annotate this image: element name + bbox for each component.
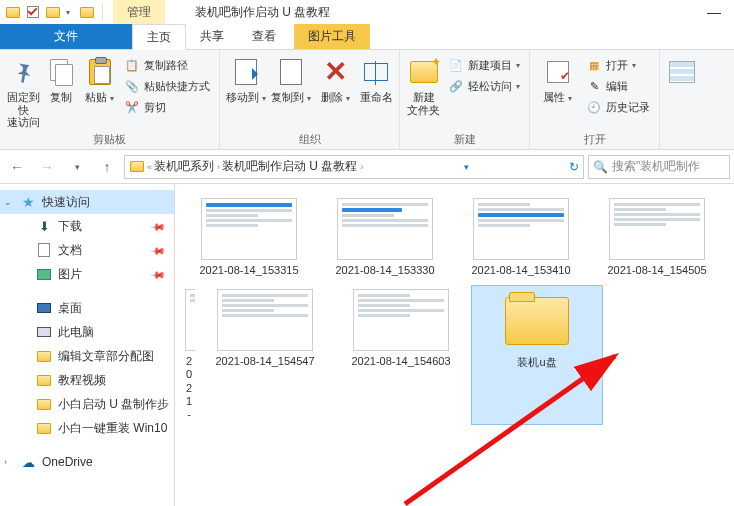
file-item[interactable]: 2021-08-14_153315 xyxy=(183,194,315,281)
tab-file[interactable]: 文件 xyxy=(0,24,132,49)
file-item[interactable]: 2021-08-14_154547 xyxy=(199,285,331,425)
pin-icon: 📌 xyxy=(150,242,166,258)
minimize-button[interactable]: — xyxy=(694,0,734,24)
search-box[interactable]: 🔍 搜索"装机吧制作 xyxy=(588,155,730,179)
breadcrumb-seg-2[interactable]: 装机吧制作启动 U 盘教程 › xyxy=(222,158,363,175)
file-item[interactable]: 2021-08-14_154603 xyxy=(335,285,467,425)
paste-button[interactable]: 粘贴 ▾ xyxy=(83,52,117,104)
sidebar-desktop[interactable]: 桌面 xyxy=(0,296,174,320)
new-item-button[interactable]: 📄新建项目▾ xyxy=(445,55,523,75)
folder-icon xyxy=(36,373,52,387)
paste-shortcut-button[interactable]: 📎粘贴快捷方式 xyxy=(121,76,213,96)
forward-button[interactable]: → xyxy=(34,154,60,180)
nav-bar: ← → ▾ ↑ « 装机吧系列 › 装机吧制作启动 U 盘教程 › ▾ ↻ 🔍 … xyxy=(0,150,734,184)
pc-icon xyxy=(36,325,52,339)
pin-icon: 📌 xyxy=(150,266,166,282)
sidebar-folder-3[interactable]: 小白启动 U 盘制作步 xyxy=(0,392,174,416)
group-open-label: 打开 xyxy=(536,132,653,149)
addr-dropdown[interactable]: ▾ xyxy=(464,162,469,172)
rename-button[interactable]: 重命名 xyxy=(359,52,393,104)
sidebar-folder-2[interactable]: 教程视频 xyxy=(0,368,174,392)
up-button[interactable]: ↑ xyxy=(94,154,120,180)
cloud-icon: ☁ xyxy=(20,455,36,469)
qat-check-icon[interactable] xyxy=(24,3,42,21)
folder-icon xyxy=(36,349,52,363)
group-new-label: 新建 xyxy=(406,132,523,149)
picture-icon xyxy=(36,267,52,281)
sidebar-folder-4[interactable]: 小白一键重装 Win10 xyxy=(0,416,174,440)
window-title: 装机吧制作启动 U 盘教程 xyxy=(195,4,330,21)
sidebar-quick-access[interactable]: ⌄★快速访问 xyxy=(0,190,174,214)
address-bar[interactable]: « 装机吧系列 › 装机吧制作启动 U 盘教程 › ▾ ↻ xyxy=(124,155,584,179)
file-item[interactable]: 2021-08-14_153330 xyxy=(319,194,451,281)
title-bar: ▾ 管理 装机吧制作启动 U 盘教程 — xyxy=(0,0,734,24)
download-icon: ⬇ xyxy=(36,219,52,233)
desktop-icon xyxy=(36,301,52,315)
qat-folder2-icon[interactable] xyxy=(44,3,62,21)
copy-button[interactable]: 复制 xyxy=(44,52,78,104)
contextual-tab[interactable]: 管理 xyxy=(113,0,165,24)
new-folder-button[interactable]: 新建文件夹 xyxy=(406,52,441,116)
sidebar-documents[interactable]: 文档📌 xyxy=(0,238,174,262)
back-button[interactable]: ← xyxy=(4,154,30,180)
breadcrumb-seg-1[interactable]: 装机吧系列 › xyxy=(154,158,220,175)
folder-icon xyxy=(36,397,52,411)
sidebar-folder-1[interactable]: 编辑文章部分配图 xyxy=(0,344,174,368)
history-button[interactable]: 🕘历史记录 xyxy=(583,97,653,117)
open-button[interactable]: ▦打开▾ xyxy=(583,55,653,75)
ribbon-tabs: 文件 主页 共享 查看 图片工具 xyxy=(0,24,734,50)
sidebar: ⌄★快速访问 ⬇下载📌 文档📌 图片📌 桌面 此电脑 编辑文章部分配图 教程视频… xyxy=(0,184,175,506)
tab-home[interactable]: 主页 xyxy=(132,24,186,50)
folder-icon xyxy=(36,421,52,435)
sidebar-thispc[interactable]: 此电脑 xyxy=(0,320,174,344)
file-item[interactable]: 2021-08-14_154505 xyxy=(591,194,723,281)
tab-share[interactable]: 共享 xyxy=(186,24,238,49)
group-organize-label: 组织 xyxy=(226,132,393,149)
select-button[interactable] xyxy=(666,52,698,88)
ribbon: 固定到快速访问 复制 粘贴 ▾ 📋复制路径 📎粘贴快捷方式 ✂️剪切 剪贴板 移… xyxy=(0,50,734,150)
folder-icon xyxy=(505,297,569,345)
properties-button[interactable]: 属性 ▾ xyxy=(536,52,579,104)
delete-button[interactable]: ✕删除 ▾ xyxy=(315,52,355,104)
file-item-selected[interactable]: 装机u盘 xyxy=(471,285,603,425)
qat-folder-icon[interactable] xyxy=(4,3,22,21)
refresh-button[interactable]: ↻ xyxy=(569,160,579,174)
pin-quick-access-button[interactable]: 固定到快速访问 xyxy=(6,52,40,129)
move-to-button[interactable]: 移动到 ▾ xyxy=(226,52,266,104)
easy-access-button[interactable]: 🔗轻松访问▾ xyxy=(445,76,523,96)
group-clipboard-label: 剪贴板 xyxy=(6,132,213,149)
tab-view[interactable]: 查看 xyxy=(238,24,290,49)
copy-to-button[interactable]: 复制到 ▾ xyxy=(270,52,310,104)
file-item[interactable]: 2021-08-14_153410 xyxy=(455,194,587,281)
edit-button[interactable]: ✎编辑 xyxy=(583,76,653,96)
qat-dropdown[interactable]: ▾ xyxy=(66,8,70,17)
copy-path-button[interactable]: 📋复制路径 xyxy=(121,55,213,75)
search-icon: 🔍 xyxy=(593,160,608,174)
sidebar-pictures[interactable]: 图片📌 xyxy=(0,262,174,286)
recent-button[interactable]: ▾ xyxy=(64,154,90,180)
document-icon xyxy=(36,243,52,257)
sidebar-downloads[interactable]: ⬇下载📌 xyxy=(0,214,174,238)
tab-picture-tools[interactable]: 图片工具 xyxy=(294,24,370,49)
cut-button[interactable]: ✂️剪切 xyxy=(121,97,213,117)
file-item-cut[interactable]: 2021- xyxy=(183,285,195,425)
sidebar-onedrive[interactable]: ›☁OneDrive xyxy=(0,450,174,474)
titlebar-folder-icon xyxy=(78,3,96,21)
file-pane[interactable]: 2021-08-14_153315 2021-08-14_153330 2021… xyxy=(175,184,734,506)
star-icon: ★ xyxy=(20,195,36,209)
pin-icon: 📌 xyxy=(150,218,166,234)
